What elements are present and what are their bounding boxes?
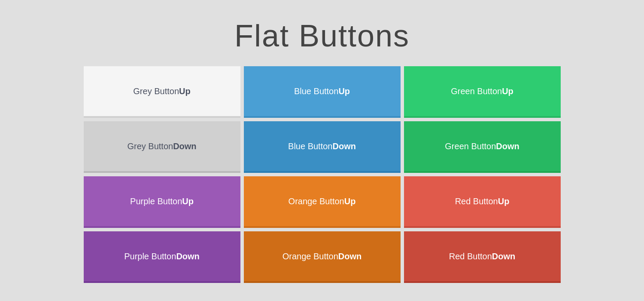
button-label-bold: Down: [176, 252, 199, 261]
button-label-bold: Down: [332, 141, 355, 151]
button-grey-up[interactable]: Grey Button Up: [84, 66, 240, 118]
button-label-bold: Down: [173, 141, 196, 151]
button-label-bold: Down: [496, 141, 519, 151]
button-label-bold: Up: [179, 86, 191, 96]
button-label-normal: Orange Button: [289, 197, 344, 206]
button-label-bold: Down: [492, 252, 515, 261]
button-label-normal: Green Button: [451, 86, 502, 96]
page-title: Flat Buttons: [234, 18, 410, 53]
button-label-normal: Orange Button: [283, 252, 338, 261]
button-label-normal: Blue Button: [288, 141, 332, 151]
button-label-normal: Red Button: [449, 252, 492, 261]
button-label-bold: Up: [502, 86, 513, 96]
button-orange-up[interactable]: Orange Button Up: [244, 176, 401, 228]
button-label-normal: Purple Button: [130, 197, 182, 206]
button-purple-down[interactable]: Purple Button Down: [84, 231, 240, 283]
button-red-up[interactable]: Red Button Up: [404, 176, 561, 228]
button-orange-down[interactable]: Orange Button Down: [244, 231, 401, 283]
button-green-up[interactable]: Green Button Up: [404, 66, 561, 118]
button-label-bold: Up: [182, 197, 194, 206]
button-label-bold: Up: [344, 197, 356, 206]
button-label-normal: Green Button: [445, 141, 496, 151]
button-red-down[interactable]: Red Button Down: [404, 231, 561, 283]
button-label-normal: Purple Button: [124, 252, 176, 261]
button-label-bold: Down: [338, 252, 361, 261]
button-label-bold: Up: [338, 86, 350, 96]
button-label-normal: Grey Button: [127, 141, 173, 151]
button-grey-down[interactable]: Grey Button Down: [84, 121, 240, 173]
button-label-normal: Red Button: [455, 197, 498, 206]
button-green-down[interactable]: Green Button Down: [404, 121, 561, 173]
button-blue-down[interactable]: Blue Button Down: [244, 121, 401, 173]
button-grid: Grey Button UpBlue Button UpGreen Button…: [84, 66, 561, 283]
button-label-normal: Grey Button: [133, 86, 179, 96]
button-label-bold: Up: [498, 197, 510, 206]
button-label-normal: Blue Button: [294, 86, 338, 96]
button-blue-up[interactable]: Blue Button Up: [244, 66, 401, 118]
button-purple-up[interactable]: Purple Button Up: [84, 176, 240, 228]
